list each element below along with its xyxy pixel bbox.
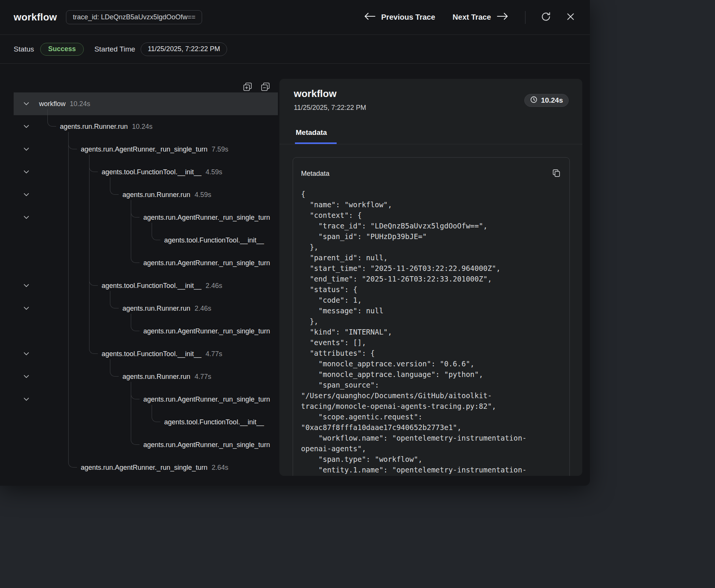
chevron-down-icon[interactable] — [23, 101, 30, 106]
close-icon — [566, 12, 575, 23]
tree-guide — [68, 297, 69, 320]
duration-value: 10.24s — [541, 96, 563, 105]
span-detail-panel: workflow 11/25/2025, 7:22:22 PM 10.24s M… — [279, 79, 582, 476]
tree-connector — [152, 223, 160, 240]
status-label: Status — [14, 45, 34, 53]
detail-tabs: Metadata — [279, 124, 582, 144]
span-tree-row[interactable]: agents.tool.FunctionTool.__init__ — [14, 229, 278, 252]
tree-guide — [89, 229, 89, 252]
copy-button[interactable] — [550, 167, 563, 180]
tree-guide — [89, 183, 89, 206]
span-name: workflow — [39, 100, 66, 108]
chevron-down-icon[interactable] — [23, 147, 30, 152]
span-name: agents.run.Runner.run — [60, 123, 128, 131]
tab-metadata[interactable]: Metadata — [295, 124, 337, 144]
span-tree-row[interactable]: agents.run.AgentRunner._run_single_turn2… — [14, 456, 278, 479]
span-name: agents.tool.FunctionTool.__init__ — [164, 418, 264, 426]
span-duration: 10.24s — [132, 123, 152, 131]
arrow-right-icon — [497, 12, 508, 22]
status-bar: Status Success Started Time 11/25/2025, … — [0, 35, 590, 64]
span-name: agents.tool.FunctionTool.__init__ — [102, 168, 201, 176]
span-name: agents.run.Runner.run — [122, 373, 190, 381]
trace-viewer: workflow trace_id: LDeQnzB5aUvzx5lgdOoOf… — [0, 0, 715, 588]
span-tree-row[interactable]: agents.run.AgentRunner._run_single_turn — [14, 388, 278, 411]
span-duration: 4.59s — [194, 191, 211, 199]
next-trace-button[interactable]: Next Trace — [453, 12, 508, 22]
span-tree-row[interactable]: agents.run.AgentRunner._run_single_turn — [14, 433, 278, 456]
span-duration: 7.59s — [212, 145, 228, 153]
header-divider — [525, 11, 525, 24]
metadata-card-title: Metadata — [301, 170, 329, 178]
span-duration: 4.77s — [194, 373, 211, 381]
status-badge: Success — [40, 43, 84, 56]
clock-icon — [530, 96, 538, 105]
tree-connector — [152, 405, 160, 422]
started-time-label: Started Time — [94, 45, 135, 53]
tree-guide — [68, 206, 69, 229]
span-tree-row[interactable]: agents.tool.FunctionTool.__init__4.77s — [14, 342, 278, 365]
span-tree-row[interactable]: agents.run.AgentRunner._run_single_turn7… — [14, 138, 278, 161]
span-tree-row[interactable]: agents.run.Runner.run4.77s — [14, 365, 278, 388]
detail-timestamp: 11/25/2025, 7:22:22 PM — [294, 104, 366, 112]
span-name: agents.run.Runner.run — [122, 191, 190, 199]
copy-icon — [552, 168, 561, 179]
span-duration: 2.46s — [194, 305, 211, 313]
span-duration: 2.46s — [205, 282, 222, 290]
chevron-down-icon[interactable] — [23, 351, 30, 357]
span-name: agents.run.AgentRunner._run_single_turn — [81, 145, 207, 153]
span-name: agents.run.AgentRunner._run_single_turn — [143, 441, 270, 449]
chevron-down-icon[interactable] — [23, 283, 30, 288]
span-tree-row[interactable]: agents.run.Runner.run4.59s — [14, 183, 278, 206]
collapse-all-button[interactable] — [261, 82, 270, 92]
chevron-down-icon[interactable] — [23, 374, 30, 379]
span-name: agents.tool.FunctionTool.__init__ — [164, 236, 264, 244]
collapse-all-icon — [261, 82, 270, 92]
tree-guide — [68, 183, 69, 206]
tree-guide — [68, 252, 69, 275]
next-trace-label: Next Trace — [453, 13, 491, 22]
tree-guide — [68, 411, 69, 434]
tree-guide — [89, 206, 89, 229]
tree-connector — [131, 382, 140, 399]
tree-connector — [110, 291, 119, 308]
tree-guide — [68, 274, 69, 297]
span-tree-row[interactable]: agents.run.AgentRunner._run_single_turn — [14, 320, 278, 342]
span-tree-row[interactable]: agents.run.AgentRunner._run_single_turn — [14, 252, 278, 274]
chevron-down-icon[interactable] — [23, 169, 30, 175]
chevron-down-icon[interactable] — [23, 124, 30, 129]
expand-all-button[interactable] — [243, 82, 252, 92]
tree-connector — [68, 450, 77, 468]
refresh-button[interactable] — [539, 10, 553, 25]
span-tree-row[interactable]: agents.run.Runner.run2.46s — [14, 297, 278, 320]
span-tree-row[interactable]: agents.tool.FunctionTool.__init__2.46s — [14, 274, 278, 297]
chevron-down-icon[interactable] — [23, 306, 30, 311]
tree-guide — [68, 320, 69, 343]
trace-id-text: trace_id: LDeQnzB5aUvzx5lgdOoOfw== — [73, 13, 195, 21]
tree-guide — [68, 342, 69, 366]
span-tree-row[interactable]: agents.tool.FunctionTool.__init__ — [14, 411, 278, 433]
tree-connector — [110, 359, 119, 377]
tree-connector — [89, 155, 98, 172]
span-tree-row[interactable]: agents.tool.FunctionTool.__init__4.59s — [14, 161, 278, 183]
tree-connector — [131, 200, 140, 217]
metadata-card-header: Metadata — [293, 158, 569, 180]
span-tree-row[interactable]: agents.run.AgentRunner._run_single_turn — [14, 206, 278, 229]
chevron-down-icon[interactable] — [23, 192, 30, 197]
arrow-left-icon — [364, 12, 376, 22]
span-duration: 2.64s — [212, 464, 228, 472]
tree-guide — [89, 161, 89, 184]
chevron-down-icon[interactable] — [23, 215, 30, 220]
header-right: Previous Trace Next Trace — [364, 10, 577, 25]
close-button[interactable] — [564, 10, 577, 24]
metadata-json: { "name": "workflow", "context": { "trac… — [301, 189, 561, 475]
span-name: agents.run.Runner.run — [122, 305, 190, 313]
span-tree-rows: workflow10.24sagents.run.Runner.run10.24… — [14, 92, 278, 479]
chevron-down-icon[interactable] — [23, 397, 30, 402]
previous-trace-button[interactable]: Previous Trace — [364, 12, 435, 22]
span-name: agents.run.AgentRunner._run_single_turn — [143, 396, 270, 403]
span-tree-row[interactable]: agents.run.Runner.run10.24s — [14, 115, 278, 138]
tree-guide — [131, 388, 131, 411]
span-duration: 4.59s — [205, 168, 222, 176]
span-name: agents.run.AgentRunner._run_single_turn — [143, 259, 270, 267]
tree-guide — [68, 388, 69, 411]
